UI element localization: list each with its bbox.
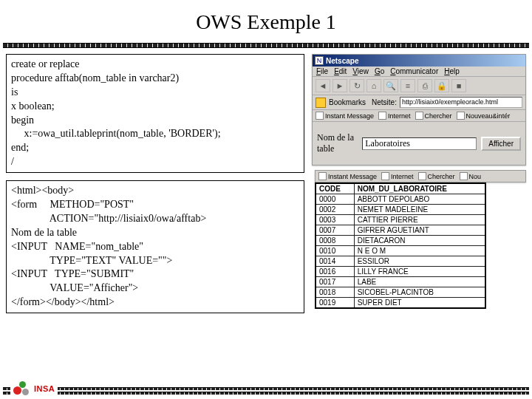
- table-cell: 0010: [316, 246, 354, 256]
- link2-instant-message[interactable]: Instant Message: [318, 172, 377, 180]
- table-cell: 0016: [316, 267, 354, 277]
- table-cell: CATTIER PIERRE: [354, 215, 485, 225]
- menu-view[interactable]: View: [352, 67, 369, 75]
- logo-text: INSA: [34, 384, 55, 393]
- security-button[interactable]: 🔒: [434, 79, 449, 92]
- menu-go[interactable]: Go: [375, 67, 384, 75]
- forward-button[interactable]: ►: [332, 79, 347, 92]
- browser-address-row: Bookmarks Netsite: http://lisiaix0/exemp…: [313, 95, 525, 110]
- url-field[interactable]: http://lisiaix0/exempleoracle.html: [400, 97, 522, 108]
- table-cell: 0014: [316, 256, 354, 267]
- divider-top: [3, 43, 529, 48]
- table-cell: ESSILOR: [354, 256, 485, 267]
- browser-window-form: N Netscape File Edit View Go Communicato…: [312, 54, 526, 166]
- link-icon: [318, 172, 327, 180]
- menu-file[interactable]: File: [316, 67, 328, 75]
- browser-menubar[interactable]: File Edit View Go Communicator Help: [313, 66, 525, 77]
- stop-button[interactable]: ■: [451, 79, 466, 92]
- table-row: 0010N E O M: [316, 246, 485, 256]
- table-cell: DIETACARON: [354, 236, 485, 246]
- link-instant-message[interactable]: Instant Message: [316, 112, 374, 120]
- table-cell: 0017: [316, 277, 354, 287]
- form-label: Nom de la table: [317, 132, 358, 154]
- table-cell: SUPER DIET: [354, 298, 485, 309]
- bookmarks-label[interactable]: Bookmarks: [329, 98, 366, 106]
- browser-title: Netscape: [326, 57, 358, 65]
- browser-linkbar-2: Instant Message Internet Chercher Nou: [315, 170, 526, 183]
- browser-form-area: Nom de la table Afficher: [313, 122, 525, 165]
- table-row: 0007GIFRER AGUETIANT: [316, 225, 485, 236]
- linkbar-2-row: Instant Message Internet Chercher Nou: [316, 171, 525, 182]
- table-row: 0002NEMET MADELEINE: [316, 205, 485, 215]
- table-row: 0018SICOBEL-PLACINTOB: [316, 287, 485, 298]
- left-column: create or replace procedure afftab(nom_t…: [6, 54, 304, 313]
- bookmarks-icon[interactable]: [316, 98, 326, 108]
- table-cell: GIFRER AGUETIANT: [354, 225, 485, 236]
- link-icon: [457, 112, 465, 120]
- table-row: 0003CATTIER PIERRE: [316, 215, 485, 225]
- browser-titlebar: N Netscape: [313, 55, 525, 66]
- print-button[interactable]: ⎙: [417, 79, 432, 92]
- netscape-icon: N: [315, 56, 324, 65]
- guide-button[interactable]: ≡: [400, 79, 415, 92]
- slide-title: OWS Exemple 1: [0, 0, 532, 43]
- table-cell: LABE: [354, 277, 485, 287]
- home-button[interactable]: ⌂: [366, 79, 381, 92]
- link-icon: [415, 112, 423, 120]
- afficher-button[interactable]: Afficher: [481, 137, 521, 151]
- table-cell: 0000: [316, 194, 354, 205]
- browser-toolbar: ◄ ► ↻ ⌂ 🔍 ≡ ⎙ 🔒 ■: [313, 77, 525, 95]
- insa-logo: INSA: [10, 381, 58, 396]
- menu-help[interactable]: Help: [444, 67, 460, 75]
- result-table: CODE NOM_DU_LABORATOIRE 0000ABBOTT DEPOL…: [315, 183, 486, 309]
- col-nom: NOM_DU_LABORATOIRE: [354, 183, 485, 194]
- table-cell: 0003: [316, 215, 354, 225]
- table-row: 0016LILLY FRANCE: [316, 267, 485, 277]
- link-internet[interactable]: Internet: [378, 112, 411, 120]
- back-button[interactable]: ◄: [316, 79, 330, 92]
- plsql-code-box: create or replace procedure afftab(nom_t…: [6, 54, 304, 173]
- table-cell: 0007: [316, 225, 354, 236]
- menu-edit[interactable]: Edit: [334, 67, 347, 75]
- table-header-row: CODE NOM_DU_LABORATOIRE: [316, 183, 485, 194]
- table-row: 0008DIETACARON: [316, 236, 485, 246]
- content-area: create or replace procedure afftab(nom_t…: [0, 51, 532, 313]
- link-icon: [381, 172, 389, 180]
- link2-internet[interactable]: Internet: [381, 172, 414, 180]
- table-cell: NEMET MADELEINE: [354, 205, 485, 215]
- footer-divider: [3, 386, 529, 395]
- link-nouveau[interactable]: Nouveau&intér: [457, 112, 511, 120]
- table-cell: 0002: [316, 205, 354, 215]
- link-icon: [418, 172, 426, 180]
- link2-chercher[interactable]: Chercher: [418, 172, 455, 180]
- table-cell: SICOBEL-PLACINTOB: [354, 287, 485, 298]
- link-icon: [378, 112, 386, 120]
- browser-window-result: Instant Message Internet Chercher Nou CO…: [312, 170, 526, 309]
- search-button[interactable]: 🔍: [383, 79, 398, 92]
- table-row: 0000ABBOTT DEPOLABO: [316, 194, 485, 205]
- menu-communicator[interactable]: Communicator: [390, 67, 438, 75]
- table-row: 0014ESSILOR: [316, 256, 485, 267]
- link-icon: [460, 172, 468, 180]
- table-cell: 0019: [316, 298, 354, 309]
- table-cell: LILLY FRANCE: [354, 267, 485, 277]
- table-row: 0017LABE: [316, 277, 485, 287]
- link-icon: [316, 112, 324, 120]
- right-column: N Netscape File Edit View Go Communicato…: [312, 54, 526, 313]
- col-code: CODE: [316, 183, 354, 194]
- link-chercher[interactable]: Chercher: [415, 112, 452, 120]
- browser-linkbar: Instant Message Internet Chercher Nouvea…: [313, 110, 525, 122]
- gears-icon: [13, 381, 31, 396]
- table-cell: N E O M: [354, 246, 485, 256]
- table-row: 0019SUPER DIET: [316, 298, 485, 309]
- location-label: Netsite:: [372, 98, 397, 106]
- link2-nou[interactable]: Nou: [460, 172, 482, 180]
- nom-table-input[interactable]: [362, 137, 477, 150]
- table-cell: ABBOTT DEPOLABO: [354, 194, 485, 205]
- table-cell: 0008: [316, 236, 354, 246]
- html-code-box: <html><body> <form METHOD="POST" ACTION=…: [6, 180, 304, 313]
- reload-button[interactable]: ↻: [349, 79, 364, 92]
- table-cell: 0018: [316, 287, 354, 298]
